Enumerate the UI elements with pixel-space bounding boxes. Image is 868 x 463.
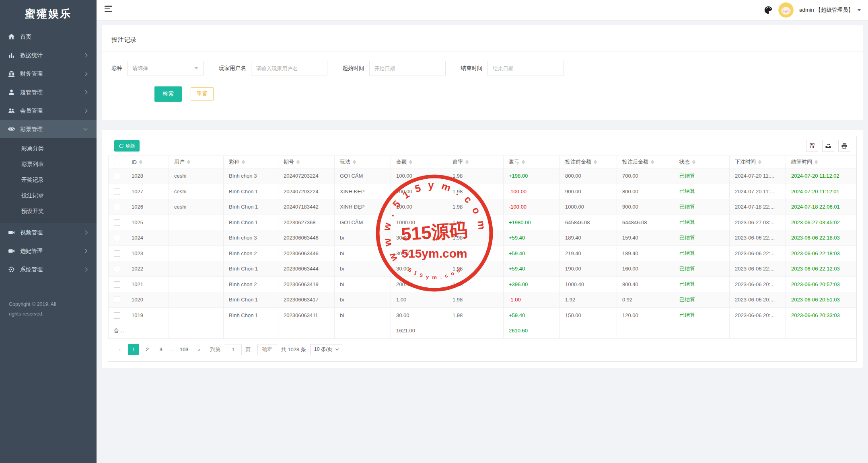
row-checkbox[interactable] bbox=[114, 173, 120, 179]
page-button-2[interactable]: 2 bbox=[142, 344, 153, 355]
export-icon bbox=[825, 143, 831, 149]
cell-issue: 202306063444 bbox=[278, 261, 335, 277]
page-ellipsis[interactable]: ... bbox=[170, 346, 174, 352]
end-time-label: 结束时间 bbox=[461, 65, 483, 72]
cell-amount: 1.00 bbox=[391, 292, 447, 308]
sort-icon[interactable] bbox=[758, 160, 761, 164]
table-row: 1027 ceshi Bình Chọn 1 202407203224 XINH… bbox=[109, 184, 856, 199]
page-button-1[interactable]: 1 bbox=[128, 344, 139, 355]
filter-row: 彩种 请选择 玩家用户名 起始时间 结束时间 bbox=[111, 61, 853, 76]
page-button-3[interactable]: 3 bbox=[155, 344, 167, 355]
row-checkbox[interactable] bbox=[114, 281, 120, 288]
col-label: ID bbox=[132, 159, 137, 165]
cell-user bbox=[169, 230, 224, 246]
row-checkbox[interactable] bbox=[114, 188, 120, 195]
field-end-time: 结束时间 bbox=[461, 61, 564, 76]
chevron-down-icon bbox=[194, 67, 198, 70]
cell-before-amount: 190.00 bbox=[560, 261, 617, 277]
cell-odds: 1.98 bbox=[447, 307, 504, 323]
menu-toggle-icon[interactable] bbox=[105, 6, 113, 14]
refresh-button[interactable]: 刷新 bbox=[114, 140, 140, 152]
row-checkbox[interactable] bbox=[114, 266, 120, 272]
export-button[interactable] bbox=[822, 140, 834, 152]
print-button[interactable] bbox=[838, 140, 850, 152]
row-checkbox[interactable] bbox=[114, 297, 120, 303]
cell-bet-time: 2023-06-06 22:... bbox=[730, 246, 786, 261]
sidebar-item-admins[interactable]: 超管管理 bbox=[0, 83, 97, 101]
cell-amount: 100.00 bbox=[391, 168, 447, 184]
sort-icon[interactable] bbox=[594, 160, 597, 164]
sort-icon[interactable] bbox=[815, 160, 818, 164]
sidebar-item-label: 数据统计 bbox=[20, 46, 84, 64]
table-toolbar: 刷新 bbox=[108, 136, 856, 156]
cell-issue: 202306063446 bbox=[278, 246, 335, 261]
col-issue: 期号 bbox=[278, 156, 335, 168]
username-input[interactable] bbox=[251, 61, 327, 76]
sort-icon[interactable] bbox=[353, 160, 356, 164]
sidebar-item-finance[interactable]: 财务管理 bbox=[0, 64, 97, 83]
sidebar-item-preset-draw[interactable]: 预设开奖 bbox=[0, 203, 97, 219]
sort-icon[interactable] bbox=[409, 160, 412, 164]
search-button[interactable]: 检索 bbox=[154, 86, 182, 102]
lottery-select[interactable]: 请选择 bbox=[127, 61, 204, 76]
select-placeholder: 请选择 bbox=[132, 65, 148, 72]
row-checkbox[interactable] bbox=[114, 219, 120, 226]
sidebar-item-label: 彩票管理 bbox=[20, 120, 84, 138]
cell-odds: 1.98 bbox=[447, 230, 504, 246]
reset-button[interactable]: 重置 bbox=[191, 87, 214, 101]
table-row: 1020 Bình Chọn 1 202306063417 bi 1.00 1.… bbox=[109, 292, 856, 308]
cell-lottery: Bình Chọn 1 bbox=[224, 184, 278, 199]
sidebar-item-video[interactable]: 视频管理 bbox=[0, 223, 97, 242]
next-page-button[interactable]: › bbox=[193, 344, 205, 355]
filter-columns-button[interactable] bbox=[806, 140, 818, 152]
chevron-down-icon bbox=[335, 347, 338, 350]
chevron-down-icon bbox=[858, 9, 861, 11]
sidebar-item-system[interactable]: 系统管理 bbox=[0, 260, 97, 279]
confirm-button[interactable]: 确定 bbox=[257, 344, 277, 355]
row-checkbox[interactable] bbox=[114, 235, 120, 241]
refresh-icon bbox=[119, 143, 124, 149]
sidebar-item-home[interactable]: 首页 bbox=[0, 27, 97, 46]
sort-icon[interactable] bbox=[651, 160, 654, 164]
col-odds: 赔率 bbox=[447, 156, 504, 168]
page-jump-input[interactable] bbox=[225, 344, 242, 355]
cell-id: 1022 bbox=[126, 261, 169, 277]
sort-icon[interactable] bbox=[242, 160, 245, 164]
main-content: 投注记录 彩种 请选择 玩家用户名 起始时间 bbox=[97, 20, 868, 373]
select-all-checkbox[interactable] bbox=[114, 159, 120, 165]
sort-icon[interactable] bbox=[139, 160, 142, 164]
sidebar-item-bet-records[interactable]: 投注记录 bbox=[0, 188, 97, 203]
sidebar-item-members[interactable]: 会员管理 bbox=[0, 101, 97, 120]
row-checkbox[interactable] bbox=[114, 312, 120, 319]
sidebar-item-stats[interactable]: 数据统计 bbox=[0, 46, 97, 64]
sort-icon[interactable] bbox=[692, 160, 695, 164]
sidebar-item-draw-records[interactable]: 开奖记录 bbox=[0, 172, 97, 188]
row-checkbox[interactable] bbox=[114, 204, 120, 210]
cell-after-amount: 120.00 bbox=[617, 307, 674, 323]
sort-icon[interactable] bbox=[522, 160, 525, 164]
user-menu[interactable]: admin 【超级管理员】 bbox=[799, 6, 854, 14]
sidebar-item-lottery-list[interactable]: 彩票列表 bbox=[0, 156, 97, 172]
sort-icon[interactable] bbox=[296, 160, 300, 164]
prev-page-button[interactable]: ‹ bbox=[114, 344, 125, 355]
sidebar-item-lottery[interactable]: 彩票管理 bbox=[0, 120, 97, 138]
end-date-input[interactable] bbox=[487, 61, 564, 76]
sort-icon[interactable] bbox=[465, 160, 469, 164]
table-row: 1026 ceshi Bình Chọn 1 202407183442 XINH… bbox=[109, 199, 856, 215]
chevron-right-icon bbox=[84, 53, 88, 57]
user-icon bbox=[8, 89, 15, 96]
sidebar-item-concubine[interactable]: 选妃管理 bbox=[0, 242, 97, 260]
sidebar-item-lottery-category[interactable]: 彩票分类 bbox=[0, 141, 97, 156]
theme-palette-icon[interactable] bbox=[764, 6, 773, 14]
start-date-input[interactable] bbox=[369, 61, 446, 76]
sort-icon[interactable] bbox=[187, 160, 190, 164]
row-checkbox[interactable] bbox=[114, 250, 120, 257]
columns-icon bbox=[809, 143, 815, 149]
col-label: 金额 bbox=[396, 158, 407, 166]
page-button-103[interactable]: 103 bbox=[177, 344, 191, 355]
avatar[interactable] bbox=[778, 2, 794, 18]
cell-bet-time: 2023-06-06 20:... bbox=[730, 292, 786, 308]
cell-issue: 202306063417 bbox=[278, 292, 335, 308]
page-size-select[interactable]: 10 条/页 bbox=[310, 344, 342, 355]
cell-settle-time: 2024-07-18 22:06:01 bbox=[786, 199, 856, 215]
